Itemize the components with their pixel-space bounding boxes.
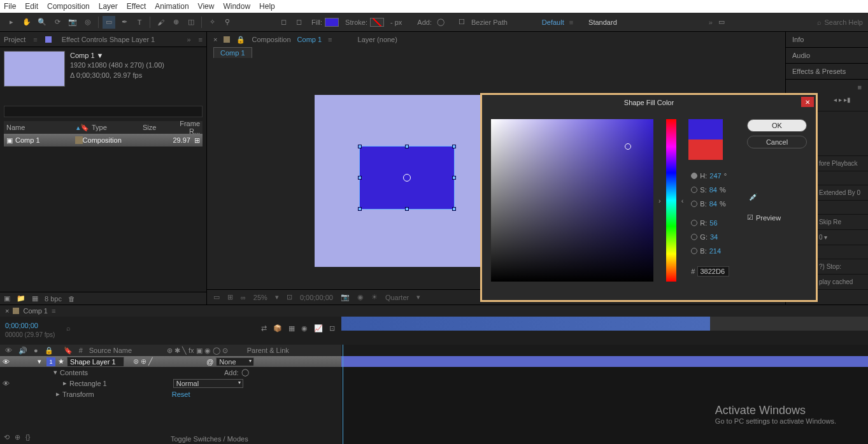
camera-tool-icon[interactable]: 📷	[66, 16, 79, 29]
layer-name[interactable]: Shape Layer 1	[67, 357, 124, 367]
shy-icon[interactable]: ⇄	[261, 324, 267, 333]
pan-behind-icon[interactable]: ◎	[82, 16, 94, 29]
menu-animation[interactable]: Animation	[155, 2, 189, 11]
skip-dd[interactable]: 0 ▾	[814, 230, 868, 245]
item-tag[interactable]	[75, 136, 83, 144]
toolbar-icon[interactable]: ▭	[715, 16, 728, 29]
color-field[interactable]	[491, 119, 653, 282]
hand-tool-icon[interactable]: ✋	[20, 16, 33, 29]
trash-icon[interactable]: 🗑	[68, 295, 75, 303]
panel-menu-icon[interactable]: ≡	[199, 36, 203, 43]
tl-footer-icon[interactable]: ⊕	[15, 433, 20, 441]
menu-file[interactable]: File	[4, 2, 16, 11]
add-menu-icon[interactable]: ◯	[434, 16, 447, 29]
h-value[interactable]: 247	[709, 172, 721, 180]
bezier-chk[interactable]: ☐	[459, 18, 465, 26]
audio-col-icon[interactable]: 🔊	[16, 347, 30, 355]
twirl-icon[interactable]: ▾	[38, 357, 44, 366]
work-area-bar[interactable]	[341, 317, 868, 331]
col-name[interactable]: Name	[6, 124, 76, 131]
tl-footer-icon[interactable]: {}	[25, 433, 30, 441]
twirl-icon[interactable]: ▸	[56, 390, 60, 398]
type-tool-icon[interactable]: T	[133, 16, 146, 29]
menu-view[interactable]: View	[198, 2, 215, 11]
radio-s[interactable]	[691, 187, 697, 193]
subtab-comp[interactable]: Comp 1	[213, 47, 252, 58]
close-tab-icon[interactable]: ×	[5, 307, 9, 315]
rect-tool-icon[interactable]: ▭	[103, 16, 115, 29]
handle[interactable]	[452, 145, 456, 148]
res-icon[interactable]: ⊡	[287, 293, 292, 301]
close-button[interactable]: ✕	[801, 97, 814, 107]
add-menu-icon[interactable]: ◯	[241, 368, 249, 376]
preview-checkbox[interactable]: ☑	[747, 213, 753, 222]
new-comp-icon[interactable]: ▦	[32, 294, 38, 303]
menu-layer[interactable]: Layer	[99, 2, 118, 11]
tab-project[interactable]: Project	[4, 36, 25, 43]
radio-b[interactable]	[691, 201, 697, 207]
graph-icon[interactable]: 📈	[314, 324, 323, 333]
search-icon[interactable]: ⌕	[66, 324, 71, 332]
comp-thumbnail[interactable]	[4, 51, 65, 87]
parent-dropdown[interactable]: None	[216, 357, 254, 366]
menu-window[interactable]: Window	[223, 2, 250, 11]
rect-row[interactable]: 👁 ▸ Rectangle 1 Normal	[0, 378, 341, 389]
resolution-dd[interactable]: Quarter	[385, 294, 409, 301]
roto-tool-icon[interactable]: ✧	[206, 16, 218, 29]
rotate-tool-icon[interactable]: ⟳	[51, 16, 64, 29]
workspace-standard[interactable]: Standard	[588, 18, 617, 26]
tl-footer-icon[interactable]: ⟲	[4, 433, 10, 441]
twirl-icon[interactable]: ▾	[53, 368, 57, 376]
handle[interactable]	[358, 207, 362, 211]
handle[interactable]	[405, 145, 409, 148]
timecode[interactable]: 0;00;00;00	[300, 294, 333, 301]
pen-tool-icon[interactable]: ✒	[118, 16, 131, 29]
project-item-row[interactable]: ▣ Comp 1 Composition 29.97 ⊞	[4, 134, 203, 147]
chevron-down-icon[interactable]: ▾	[416, 293, 420, 301]
menu-effect[interactable]: Effect	[127, 2, 146, 11]
layer-duration-bar[interactable]	[341, 356, 868, 367]
r-value[interactable]: 56	[709, 219, 717, 227]
flowchart-icon[interactable]: ⊞	[194, 136, 200, 145]
adjust-icon[interactable]: ⊡	[329, 324, 335, 333]
stroke-px[interactable]: - px	[390, 18, 402, 26]
chevron-down-icon[interactable]: ▾	[275, 293, 279, 301]
bb-value[interactable]: 214	[709, 247, 721, 255]
menu-help[interactable]: Help	[259, 2, 275, 11]
radio-h[interactable]	[691, 173, 697, 179]
label-col-icon[interactable]: 🔖	[61, 347, 75, 355]
eye-col-icon[interactable]: 👁	[3, 347, 15, 354]
menu-composition[interactable]: Composition	[47, 2, 90, 11]
puppet-tool-icon[interactable]: ⚲	[221, 16, 234, 29]
contents-row[interactable]: ▾ Contents Add: ◯	[0, 367, 341, 378]
mask-icon[interactable]: ∞	[241, 294, 246, 301]
handle[interactable]	[405, 207, 409, 211]
pickwhip-icon[interactable]: @	[206, 358, 213, 366]
interpret-icon[interactable]: ▣	[4, 294, 10, 303]
s-value[interactable]: 84	[709, 186, 717, 194]
handle[interactable]	[358, 145, 362, 148]
tag-icon[interactable]: 🔖	[80, 124, 92, 132]
frameblend-icon[interactable]: ▦	[288, 324, 295, 333]
col-framerate[interactable]: Frame R...	[168, 120, 200, 135]
transport-icons[interactable]: ◂ ▸ ▸▮	[814, 92, 868, 111]
exposure-icon[interactable]: ☀	[371, 293, 378, 301]
grid-icon[interactable]: ⊞	[227, 293, 233, 301]
snapshot-icon[interactable]: 📷	[341, 293, 350, 301]
old-color-swatch[interactable]	[688, 140, 723, 160]
radio-r[interactable]	[691, 220, 697, 226]
lock-icon[interactable]: 🔒	[236, 36, 245, 44]
zoom-value[interactable]: 25%	[253, 294, 267, 301]
motionblur-icon[interactable]: ◉	[301, 324, 308, 333]
stroke-swatch[interactable]	[370, 18, 384, 27]
overflow-icon[interactable]: »	[709, 18, 713, 26]
hue-slider[interactable]	[666, 119, 676, 282]
anchor-point-icon[interactable]	[403, 174, 411, 182]
3d-icon[interactable]: 📦	[273, 324, 282, 333]
reset-link[interactable]: Reset	[172, 390, 190, 398]
clone-tool-icon[interactable]: ⊕	[169, 16, 182, 29]
shape-rectangle[interactable]	[359, 146, 455, 210]
source-col[interactable]: Source Name	[87, 347, 157, 354]
current-time-indicator[interactable]	[343, 345, 343, 444]
tab-comp-name[interactable]: Comp 1	[297, 36, 322, 43]
